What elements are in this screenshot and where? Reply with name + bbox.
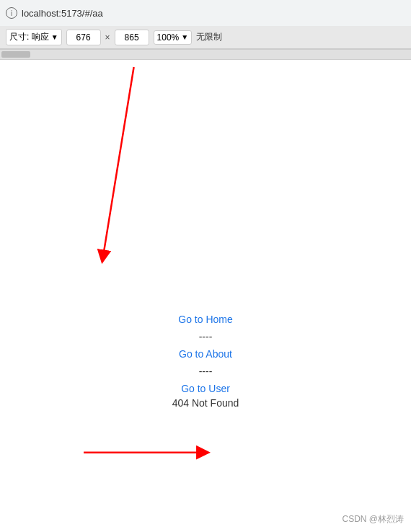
toolbar-row: 尺寸: 响应 ▼ × 100% ▼ 无限制 [0, 26, 411, 49]
page-content: Go to Home ---- Go to About ---- Go to U… [0, 60, 411, 409]
width-input[interactable] [66, 30, 101, 45]
horizontal-scrollbar[interactable] [0, 50, 411, 60]
go-to-about-link[interactable]: Go to About [179, 348, 232, 360]
go-to-home-link[interactable]: Go to Home [178, 314, 232, 325]
multiply-sign: × [105, 32, 110, 43]
size-dropdown[interactable]: 尺寸: 响应 ▼ [6, 29, 62, 45]
url-display[interactable]: localhost:5173/#/aa [22, 8, 405, 19]
size-dropdown-arrow: ▼ [51, 33, 58, 41]
browser-chrome: i localhost:5173/#/aa 尺寸: 响应 ▼ × 100% ▼ … [0, 0, 411, 50]
scrollbar-thumb[interactable] [1, 51, 30, 58]
address-bar-row: i localhost:5173/#/aa [0, 0, 411, 26]
nolimit-label: 无限制 [196, 31, 222, 43]
page-area: Go to Home ---- Go to About ---- Go to U… [0, 60, 411, 532]
height-input[interactable] [115, 30, 149, 45]
csdn-watermark: CSDN @林烈涛 [342, 513, 404, 526]
zoom-dropdown-arrow: ▼ [181, 33, 188, 41]
separator-2: ---- [199, 365, 213, 377]
zoom-dropdown[interactable]: 100% ▼ [154, 30, 193, 45]
go-to-user-link[interactable]: Go to User [181, 383, 230, 394]
separator-1: ---- [199, 331, 213, 342]
info-icon[interactable]: i [6, 7, 17, 19]
not-found-error: 404 Not Found [172, 397, 239, 409]
